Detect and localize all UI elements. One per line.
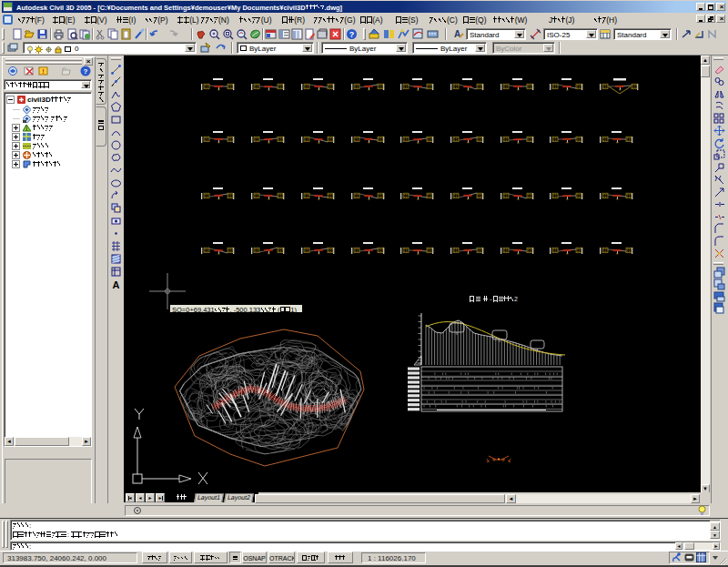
- svg-text:?: ?: [84, 67, 88, 76]
- svg-text:!: !: [42, 67, 45, 76]
- svg-text:A: A: [113, 279, 120, 290]
- svg-text:?: ?: [349, 30, 355, 39]
- svg-text:A: A: [454, 29, 460, 39]
